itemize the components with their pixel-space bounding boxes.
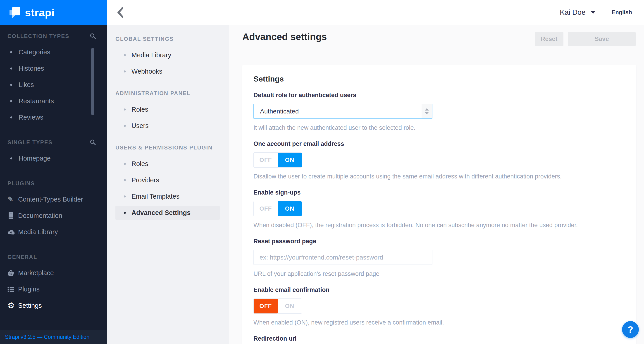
- save-button[interactable]: Save: [568, 32, 636, 46]
- section-title: SINGLE TYPES: [8, 139, 52, 146]
- field-label: Default role for authenticated users: [254, 92, 625, 99]
- settings-card: Settings Default role for authenticated …: [242, 65, 636, 344]
- sidebar-item-documentation[interactable]: Documentation: [0, 207, 107, 224]
- chevron-left-icon: [116, 6, 125, 19]
- bullet-icon: [124, 195, 126, 197]
- settings-item-media-library[interactable]: Media Library: [116, 48, 220, 62]
- field-label: Reset password page: [254, 238, 625, 245]
- help-button[interactable]: ?: [622, 321, 639, 338]
- toggle-off-segment[interactable]: OFF: [254, 299, 278, 313]
- search-icon[interactable]: [90, 139, 96, 146]
- bullet-icon: [10, 84, 12, 86]
- bullet-icon: [124, 179, 126, 181]
- settings-item-advanced-settings[interactable]: Advanced Settings: [116, 206, 220, 220]
- sidebar-item-media-library[interactable]: Media Library: [0, 224, 107, 240]
- bullet-icon: [10, 100, 12, 102]
- field-label: Enable sign-ups: [254, 189, 625, 196]
- field-label: Redirection url: [254, 335, 625, 342]
- bullet-icon: [124, 109, 126, 111]
- section-collection-types: COLLECTION TYPES Categories Histories Li…: [0, 33, 107, 125]
- version-link[interactable]: Strapi v3.2.5 — Community Edition: [5, 334, 90, 340]
- settings-item-webhooks[interactable]: Webhooks: [116, 65, 220, 78]
- page-title: Advanced settings: [242, 30, 327, 44]
- field-enable-signups: Enable sign-ups OFF ON When disabled (OF…: [254, 189, 625, 229]
- sidebar-item-homepage[interactable]: Homepage: [0, 150, 107, 166]
- language-selector[interactable]: English: [612, 9, 632, 16]
- toggle-off-segment[interactable]: OFF: [254, 153, 278, 167]
- settings-item-up-roles[interactable]: Roles: [116, 157, 220, 171]
- topbar-divider: [606, 8, 606, 17]
- toggle-on-segment[interactable]: ON: [278, 153, 302, 167]
- section-plugins: PLUGINS ✎ Content-Types Builder Document…: [0, 180, 107, 240]
- settings-item-admin-roles[interactable]: Roles: [116, 103, 220, 116]
- bullet-icon: [124, 71, 126, 73]
- reset-button[interactable]: Reset: [535, 32, 564, 46]
- bullet-icon: [10, 68, 12, 70]
- toggle-on-segment[interactable]: ON: [278, 299, 302, 313]
- logo-text: strapi: [25, 6, 54, 19]
- field-helper: URL of your application's reset password…: [254, 270, 625, 277]
- question-mark-icon: ?: [628, 324, 633, 335]
- sidebar-menu: COLLECTION TYPES Categories Histories Li…: [0, 25, 107, 314]
- section-title: GLOBAL SETTINGS: [107, 35, 229, 43]
- back-button[interactable]: [107, 0, 134, 25]
- settings-item-email-templates[interactable]: Email Templates: [116, 190, 220, 203]
- strapi-logo-icon: [10, 7, 21, 18]
- bullet-icon: [124, 212, 126, 214]
- user-name: Kai Doe: [560, 8, 586, 17]
- topbar: Kai Doe English: [107, 0, 644, 25]
- select-stepper-icon: [422, 104, 432, 118]
- settings-item-providers[interactable]: Providers: [116, 173, 220, 187]
- field-helper: Disallow the user to create multiple acc…: [254, 173, 625, 180]
- settings-sidebar: GLOBAL SETTINGS Media Library Webhooks A…: [107, 25, 229, 344]
- section-general: GENERAL Marketplace Plugins ⚙ Settings: [0, 253, 107, 314]
- section-title: GENERAL: [8, 254, 37, 260]
- bullet-icon: [10, 157, 12, 159]
- paintbrush-icon: ✎: [8, 196, 18, 203]
- sidebar-item-marketplace[interactable]: Marketplace: [0, 265, 107, 281]
- section-administration-panel: ADMINISTRATION PANEL Roles Users: [107, 90, 229, 133]
- toggle-on-segment[interactable]: ON: [278, 201, 302, 216]
- bullet-icon: [10, 51, 12, 53]
- list-icon: [8, 286, 18, 292]
- section-users-permissions-plugin: USERS & PERMISSIONS PLUGIN Roles Provide…: [107, 144, 229, 220]
- section-title: COLLECTION TYPES: [8, 33, 69, 40]
- gear-icon: ⚙: [8, 301, 18, 309]
- field-helper: When enabled (ON), new registred users r…: [254, 319, 625, 326]
- bullet-icon: [10, 116, 12, 118]
- card-title: Settings: [254, 75, 625, 83]
- sidebar-scrollbar-thumb[interactable]: [91, 48, 94, 115]
- bullet-icon: [124, 54, 126, 56]
- email-confirmation-toggle[interactable]: OFF ON: [254, 298, 302, 314]
- cloud-upload-icon: [8, 229, 18, 235]
- sidebar-item-plugins[interactable]: Plugins: [0, 281, 107, 297]
- user-menu[interactable]: Kai Doe: [560, 8, 596, 17]
- section-global-settings: GLOBAL SETTINGS Media Library Webhooks: [107, 35, 229, 78]
- field-one-account: One account per email address OFF ON Dis…: [254, 140, 625, 180]
- toggle-off-segment[interactable]: OFF: [254, 201, 278, 216]
- search-icon[interactable]: [90, 33, 96, 40]
- caret-down-icon: [590, 11, 596, 14]
- one-account-toggle[interactable]: OFF ON: [254, 152, 302, 168]
- field-helper: When disabled (OFF), the registration pr…: [254, 222, 625, 229]
- section-title: PLUGINS: [8, 180, 35, 187]
- section-title: USERS & PERMISSIONS PLUGIN: [107, 144, 229, 151]
- field-label: Enable email confirmation: [254, 286, 625, 293]
- strapi-logo[interactable]: strapi: [0, 0, 107, 25]
- default-role-select[interactable]: Authenticated: [254, 104, 432, 119]
- sidebar-item-content-types-builder[interactable]: ✎ Content-Types Builder: [0, 191, 107, 207]
- section-title: ADMINISTRATION PANEL: [107, 90, 229, 97]
- field-email-confirmation: Enable email confirmation OFF ON When en…: [254, 286, 625, 326]
- sidebar-item-settings[interactable]: ⚙ Settings: [0, 297, 107, 314]
- bullet-icon: [124, 163, 126, 165]
- enable-signups-toggle[interactable]: OFF ON: [254, 201, 302, 216]
- basket-icon: [8, 270, 18, 276]
- field-label: One account per email address: [254, 140, 625, 147]
- field-default-role: Default role for authenticated users Aut…: [254, 92, 625, 131]
- book-icon: [8, 212, 18, 219]
- section-single-types: SINGLE TYPES Homepage: [0, 139, 107, 166]
- settings-item-admin-users[interactable]: Users: [116, 119, 220, 133]
- sidebar-footer: Strapi v3.2.5 — Community Edition: [0, 330, 107, 344]
- reset-password-url-input[interactable]: [254, 250, 432, 265]
- field-helper: It will attach the new authenticated use…: [254, 124, 625, 131]
